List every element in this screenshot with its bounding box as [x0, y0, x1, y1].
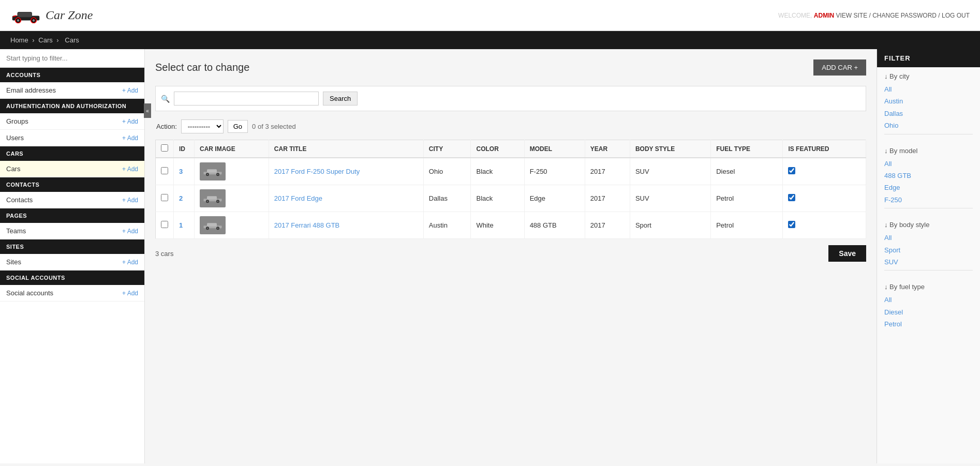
layout: ACCOUNTS Email addresses + Add AUTHENTIC…	[0, 49, 980, 463]
search-button[interactable]: Search	[323, 92, 358, 106]
filter-section-0: ↓ By cityAllAustinDallasOhio	[877, 67, 980, 142]
view-site-link[interactable]: VIEW SITE	[836, 12, 867, 19]
sidebar-filter-input[interactable]	[0, 49, 144, 68]
sidebar-item-sites[interactable]: Sites + Add	[0, 254, 144, 270]
sidebar-item-teams[interactable]: Teams + Add	[0, 223, 144, 239]
filter-section-title-1: ↓ By model	[884, 147, 973, 155]
sidebar-item-email-addresses[interactable]: Email addresses + Add	[0, 82, 144, 99]
row-featured-3[interactable]	[783, 158, 866, 185]
svg-rect-14	[207, 196, 217, 200]
filter-link-0-2[interactable]: Dallas	[884, 108, 973, 119]
filter-link-0-1[interactable]: Austin	[884, 95, 973, 107]
row-body-style-2: SUV	[630, 185, 710, 212]
filter-link-3-0[interactable]: All	[884, 294, 973, 306]
add-car-button[interactable]: ADD CAR +	[813, 59, 866, 76]
row-year-1: 2017	[585, 212, 630, 239]
sidebar-add-contacts[interactable]: + Add	[122, 197, 138, 204]
row-checkbox-1[interactable]	[161, 221, 168, 228]
sidebar-item-users[interactable]: Users + Add	[0, 130, 144, 146]
row-featured-2[interactable]	[783, 185, 866, 212]
row-model-3: F-250	[524, 158, 585, 185]
filter-link-1-1[interactable]: 488 GTB	[884, 170, 973, 182]
log-out-link[interactable]: LOG OUT	[942, 12, 970, 19]
save-button[interactable]: Save	[828, 245, 866, 262]
topnav-sep3: /	[938, 12, 942, 19]
th-color[interactable]: COLOR	[471, 140, 524, 158]
row-year-2: 2017	[585, 185, 630, 212]
th-model[interactable]: MODEL	[524, 140, 585, 158]
row-id-3[interactable]: 3	[174, 158, 195, 185]
go-button[interactable]: Go	[228, 120, 248, 133]
car-title-link-3[interactable]: 2017 Ford F-250 Super Duty	[274, 168, 360, 175]
row-title-2[interactable]: 2017 Ford Edge	[269, 185, 423, 212]
page-title: Select car to change	[155, 62, 249, 73]
sidebar-collapse-arrow[interactable]: «	[144, 103, 151, 118]
th-car-title[interactable]: CAR TITLE	[269, 140, 423, 158]
th-select-all[interactable]	[156, 140, 174, 158]
breadcrumb-cars-section[interactable]: Cars	[38, 36, 52, 44]
row-checkbox-3[interactable]	[161, 167, 168, 174]
filter-link-2-2[interactable]: SUV	[884, 256, 973, 268]
row-checkbox-cell[interactable]	[156, 212, 174, 239]
table-row: 1 2017 Ferrari 488 GTB Austin Whit	[156, 212, 866, 239]
select-all-checkbox[interactable]	[161, 144, 168, 152]
sidebar-add-users[interactable]: + Add	[122, 134, 138, 142]
row-featured-1[interactable]	[783, 212, 866, 239]
change-password-link[interactable]: CHANGE PASSWORD	[872, 12, 937, 19]
svg-point-18	[217, 201, 219, 202]
sidebar-item-social-accounts[interactable]: Social accounts + Add	[0, 285, 144, 302]
row-checkbox-cell[interactable]	[156, 158, 174, 185]
sidebar-add-cars[interactable]: + Add	[122, 166, 138, 173]
row-checkbox-2[interactable]	[161, 194, 168, 201]
filter-link-0-0[interactable]: All	[884, 83, 973, 95]
th-city[interactable]: CITY	[423, 140, 471, 158]
row-id-2[interactable]: 2	[174, 185, 195, 212]
svg-rect-6	[18, 12, 32, 17]
logo-text: Car Zone	[46, 8, 93, 22]
featured-checkbox-2[interactable]	[788, 194, 795, 201]
th-year[interactable]: YEAR	[585, 140, 630, 158]
filter-link-3-1[interactable]: Diesel	[884, 306, 973, 318]
filter-link-2-0[interactable]: All	[884, 232, 973, 244]
filter-link-1-2[interactable]: Edge	[884, 182, 973, 193]
sidebar-add-social[interactable]: + Add	[122, 290, 138, 297]
row-id-1[interactable]: 1	[174, 212, 195, 239]
breadcrumb: Home › Cars › Cars	[0, 31, 980, 49]
top-header: Car Zone WELCOME, ADMIN VIEW SITE / CHAN…	[0, 0, 980, 31]
row-title-1[interactable]: 2017 Ferrari 488 GTB	[269, 212, 423, 239]
page-title-row: Select car to change ADD CAR +	[155, 59, 866, 76]
filter-link-0-3[interactable]: Ohio	[884, 119, 973, 131]
breadcrumb-home[interactable]: Home	[10, 36, 28, 44]
sidebar-item-contacts[interactable]: Contacts + Add	[0, 192, 144, 208]
sidebar-add-groups[interactable]: + Add	[122, 118, 138, 125]
sidebar-item-groups[interactable]: Groups + Add	[0, 113, 144, 130]
car-title-link-1[interactable]: 2017 Ferrari 488 GTB	[274, 221, 339, 229]
search-bar: 🔍 Search	[155, 86, 866, 111]
sidebar-add-email[interactable]: + Add	[122, 87, 138, 94]
row-color-3: Black	[471, 158, 524, 185]
th-is-featured[interactable]: IS FEATURED	[783, 140, 866, 158]
filter-link-1-3[interactable]: F-250	[884, 194, 973, 206]
count-save-row: 3 cars Save	[155, 245, 866, 262]
sidebar-section-social: SOCIAL ACCOUNTS	[0, 270, 144, 285]
row-title-3[interactable]: 2017 Ford F-250 Super Duty	[269, 158, 423, 185]
sidebar-item-cars[interactable]: Cars + Add	[0, 161, 144, 177]
filter-link-3-2[interactable]: Petrol	[884, 318, 973, 330]
filter-link-1-0[interactable]: All	[884, 158, 973, 170]
sidebar-add-teams[interactable]: + Add	[122, 228, 138, 235]
sidebar-add-sites[interactable]: + Add	[122, 259, 138, 266]
search-input[interactable]	[174, 92, 319, 106]
th-id[interactable]: ID	[174, 140, 195, 158]
row-checkbox-cell[interactable]	[156, 185, 174, 212]
th-body-style[interactable]: BODY STYLE	[630, 140, 710, 158]
th-fuel-type[interactable]: FUEL TYPE	[711, 140, 783, 158]
action-select[interactable]: ----------	[181, 119, 224, 133]
breadcrumb-cars-page: Cars	[65, 36, 79, 44]
car-title-link-2[interactable]: 2017 Ford Edge	[274, 194, 322, 202]
featured-checkbox-3[interactable]	[788, 167, 795, 174]
filter-section-2: ↓ By body styleAllSportSUV	[877, 216, 980, 278]
admin-name: ADMIN	[814, 12, 834, 19]
featured-checkbox-1[interactable]	[788, 221, 795, 228]
car-thumbnail-3	[200, 162, 226, 181]
filter-link-2-1[interactable]: Sport	[884, 244, 973, 256]
